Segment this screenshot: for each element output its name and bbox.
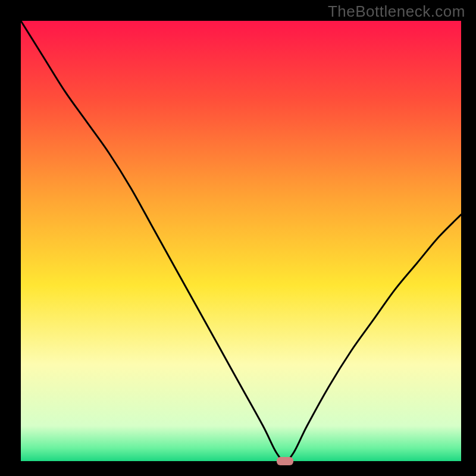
chart-frame: TheBottleneck.com xyxy=(0,0,476,476)
bottleneck-chart xyxy=(0,0,476,476)
plot-background xyxy=(21,21,461,461)
minimum-marker xyxy=(277,457,293,465)
watermark-text: TheBottleneck.com xyxy=(328,2,465,21)
